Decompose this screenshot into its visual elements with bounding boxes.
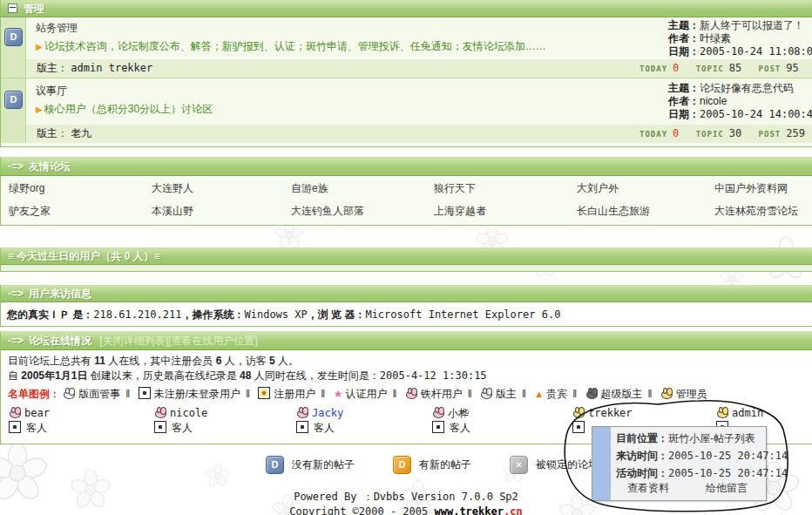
forum-link[interactable]: 议事厅	[36, 85, 67, 97]
forum-table: D 站务管理 ▶论坛技术咨询，论坛制度公布、解答；新驴报到、认证；斑竹申请、管理…	[0, 16, 812, 147]
no-new-posts-icon: D	[4, 28, 23, 46]
founded-date: 2005年1月1日	[21, 369, 87, 382]
online-user-name[interactable]: nicole	[170, 407, 207, 419]
online-user-name[interactable]: bear	[24, 407, 50, 419]
view-online-location-link[interactable]: [查看在线用户位置]	[168, 335, 258, 347]
section-title: 友情论坛	[29, 160, 71, 173]
online-record-line: 自 2005年1月1日 创建以来，历史最高在线纪录是 48 人同时在线，发生时间…	[8, 369, 487, 383]
friend-link[interactable]: 绿野org	[9, 181, 152, 196]
friend-link[interactable]: 自游e族	[291, 181, 434, 196]
friend-link[interactable]: 驴友之家	[9, 204, 152, 219]
online-user: 小桦	[432, 406, 572, 421]
guest-badge-icon	[154, 421, 166, 433]
copyright-text: Copyright ©2000 - 2005 www.trekker.cn	[0, 505, 812, 515]
bunny-yellow-icon	[660, 388, 673, 399]
bunny-grey-icon	[480, 388, 493, 399]
forum-icon-cell: D	[1, 78, 26, 143]
forum-description: ▶论坛技术咨询，论坛制度公布、解答；新驴报到、认证；斑竹申请、管理投诉、任免通知…	[36, 37, 667, 56]
forum-meta-strip: 版主： 老九 TODAY0 TOPIC30 POST259	[26, 125, 812, 143]
active-time: 2005-10-25 20:47:14	[668, 467, 788, 479]
friend-link[interactable]: 本溪山野	[152, 204, 291, 219]
forum-meta-strip: 版主： admin trekker TODAY0 TOPIC85 POST95	[26, 59, 812, 78]
last-author-link[interactable]: nicole	[700, 95, 727, 107]
post-count: 95	[786, 62, 798, 74]
friend-link[interactable]: 大刘户外	[577, 181, 714, 196]
visitor-ip-line: 您的真实ＩＰ 是：218.61.210.211，操作系统：Windows XP，…	[1, 301, 812, 322]
section-title: 管理	[24, 3, 44, 15]
star-icon: ★	[334, 388, 343, 400]
bunny-white-icon	[63, 388, 76, 399]
online-user-name[interactable]: 小桦	[448, 407, 469, 419]
selection-highlight	[592, 427, 611, 500]
online-summary-line: 目前论坛上总共有 11 人在线，其中注册会员 6 人，访客 5 人。	[8, 354, 299, 369]
last-post-info: 主题：新人终于可以报道了！ 作者：叶绿素 日期：2005-10-24 11:08…	[668, 19, 811, 58]
forum-main-cell: 议事厅 ▶核心用户（总积分30分以上）讨论区	[26, 78, 667, 119]
view-profile-link[interactable]: 查看资料	[627, 481, 669, 496]
friend-link[interactable]: 上海穿越者	[434, 204, 577, 219]
forum-row: D 议事厅 ▶核心用户（总积分30分以上）讨论区 主题：论坛好像有恶意代码 作者…	[1, 78, 812, 143]
last-post-info: 主题：论坛好像有恶意代码 作者：nicole 日期：2005-10-24 14:…	[668, 82, 811, 121]
close-detail-list-link[interactable]: [关闭详细列表]	[99, 335, 168, 347]
online-user-name[interactable]: trekker	[588, 407, 633, 419]
friend-link[interactable]: 狼行天下	[434, 181, 577, 196]
current-location: 斑竹小屋-帖子列表	[668, 432, 755, 444]
forum-link[interactable]: 站务管理	[36, 22, 78, 34]
friend-link[interactable]: 中国户外资料网	[714, 181, 812, 196]
last-topic-link[interactable]: 论坛好像有恶意代码	[700, 82, 794, 94]
last-author-link[interactable]: 叶绿素	[700, 32, 731, 44]
online-user-role: 客人	[296, 421, 432, 436]
topic-count: 85	[729, 62, 741, 74]
os-name: Windows XP	[245, 308, 308, 321]
bunny-yellow-icon	[572, 407, 585, 418]
friend-link[interactable]: 大连林苑滑雪论坛	[714, 204, 812, 219]
section-header-visitor-info: -=>用户来访信息	[0, 285, 812, 302]
guest-badge-icon	[139, 387, 151, 399]
friend-link[interactable]: 长白山生态旅游	[577, 204, 714, 219]
triangle-icon: ▲	[534, 389, 544, 399]
friend-link[interactable]: 大连野人	[152, 181, 291, 196]
record-time: 2005-4-12 1:30:15	[380, 369, 487, 382]
new-posts-icon: D	[393, 456, 411, 474]
moderators-link[interactable]: 老九	[71, 127, 91, 139]
no-new-posts-icon: D	[266, 456, 284, 474]
friend-link[interactable]: 大连钓鱼人部落	[291, 204, 434, 219]
member-badge-icon	[258, 387, 270, 399]
leave-message-link[interactable]: 给他留言	[706, 481, 748, 496]
section-header-online: -=>论坛在线情况 [关闭详细列表][查看在线用户位置]	[0, 331, 812, 350]
collapse-icon[interactable]	[8, 3, 17, 13]
forum-stats: TODAY0 TOPIC85 POST95	[639, 59, 812, 78]
guest-badge-icon	[296, 421, 308, 433]
online-user: Jacky	[296, 406, 432, 421]
section-header-birthday: ≡ 今天过生日的用户（共 0 人）≡	[0, 247, 812, 265]
online-user-name[interactable]: Jacky	[312, 407, 343, 419]
guest-badge-icon	[9, 421, 21, 433]
legend-line: 名单图例： 版面管事‖ 未注册/未登录用户‖ 注册用户‖ ★认证用户‖ 铁杆用户…	[8, 387, 707, 402]
forum-main-cell: 站务管理 ▶论坛技术咨询，论坛制度公布、解答；新驴报到、认证；斑竹申请、管理投诉…	[26, 16, 667, 56]
section-title: 用户来访信息	[29, 288, 91, 300]
bunny-pink-icon	[405, 388, 418, 399]
online-user-role: 客人	[9, 421, 154, 436]
site-link[interactable]: www.trekker	[435, 505, 504, 515]
forum-description: ▶核心用户（总积分30分以上）讨论区	[36, 100, 667, 119]
moderators-link[interactable]: admin trekker	[71, 62, 152, 74]
arrow-icon: ▶	[36, 42, 43, 51]
forum-icon-cell: D	[1, 16, 26, 78]
online-user-role: 客人	[154, 421, 296, 436]
forum-stats: TODAY0 TOPIC30 POST259	[639, 125, 812, 143]
last-post-date: 2005-10-24 11:08:04	[700, 45, 812, 58]
visitor-info-box: 您的真实ＩＰ 是：218.61.210.211，操作系统：Windows XP，…	[0, 301, 812, 327]
guest-badge-icon	[432, 421, 444, 433]
visit-time: 2005-10-25 20:47:14	[668, 450, 788, 462]
browser-name: Microsoft Internet Explorer 6.0	[365, 308, 560, 321]
last-topic-link[interactable]: 新人终于可以报道了！	[700, 19, 804, 31]
locked-forum-icon: ×	[510, 456, 528, 474]
bunny-dark-icon	[585, 388, 599, 399]
ip-address: 218.61.210.211	[93, 308, 181, 321]
today-count: 0	[673, 62, 679, 74]
online-user: admin	[716, 406, 812, 421]
bunny-pink-icon	[296, 407, 309, 418]
section-title: 论坛在线情况	[29, 335, 91, 347]
online-user: trekker	[572, 406, 716, 421]
forum-row: D 站务管理 ▶论坛技术咨询，论坛制度公布、解答；新驴报到、认证；斑竹申请、管理…	[1, 16, 812, 78]
online-user-name[interactable]: admin	[732, 407, 763, 419]
